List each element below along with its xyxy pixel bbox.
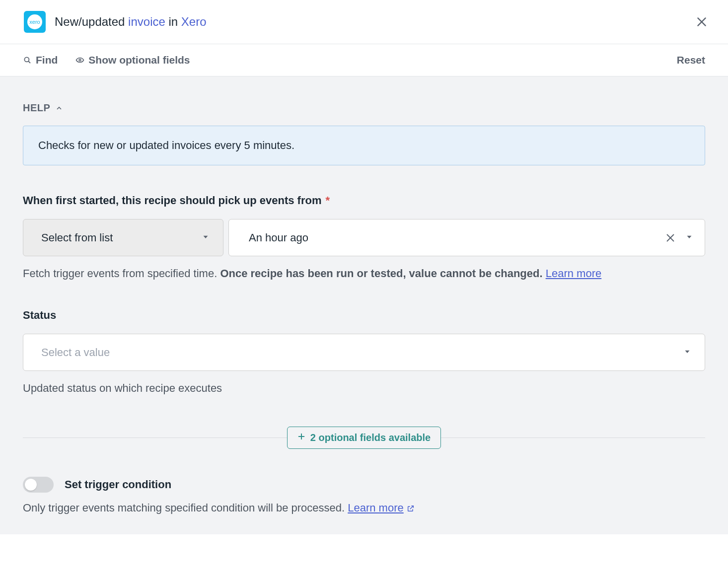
trigger-condition-row: Set trigger condition (23, 477, 705, 493)
xero-app-icon: xero (24, 11, 46, 33)
close-icon (695, 15, 708, 28)
eye-icon (75, 56, 84, 65)
show-optional-button[interactable]: Show optional fields (75, 54, 190, 66)
toolbar-left: Find Show optional fields (23, 54, 190, 66)
xero-icon-label: xero (27, 14, 42, 29)
svg-point-2 (24, 57, 29, 62)
help-label-text: HELP (23, 102, 50, 114)
trigger-learn-more-text: Learn more (348, 502, 404, 514)
since-mode-label: Select from list (41, 231, 113, 244)
field-since: When first started, this recipe should p… (23, 194, 705, 280)
trigger-condition-label: Set trigger condition (65, 478, 171, 491)
divider-line (441, 437, 705, 438)
field-since-label: When first started, this recipe should p… (23, 194, 705, 207)
show-optional-label: Show optional fields (88, 54, 190, 66)
optional-fields-label: 2 optional fields available (310, 432, 431, 443)
title-mid: in (165, 15, 181, 28)
svg-marker-8 (687, 235, 692, 238)
find-label: Find (36, 54, 58, 66)
since-value-select[interactable]: An hour ago (228, 219, 705, 256)
title-invoice-link[interactable]: invoice (128, 15, 165, 28)
reset-button[interactable]: Reset (677, 54, 705, 66)
status-placeholder: Select a value (41, 346, 110, 359)
trigger-learn-more-link[interactable]: Learn more (348, 502, 415, 514)
title-prefix: New/updated (55, 15, 128, 28)
since-helper-plain: Fetch trigger events from specified time… (23, 267, 220, 280)
title-xero-link[interactable]: Xero (181, 15, 207, 28)
x-icon (665, 232, 676, 243)
clear-since-button[interactable] (665, 232, 676, 243)
find-button[interactable]: Find (23, 54, 58, 66)
plus-icon (297, 433, 305, 443)
field-status: Status Select a value Updated status on … (23, 309, 705, 395)
help-section-toggle[interactable]: HELP (23, 102, 705, 114)
since-learn-more-link[interactable]: Learn more (546, 267, 602, 280)
caret-down-icon (683, 346, 692, 359)
svg-line-3 (28, 61, 30, 63)
field-status-helper: Updated status on which recipe executes (23, 382, 705, 395)
optional-fields-button[interactable]: 2 optional fields available (287, 427, 441, 449)
field-status-label: Status (23, 309, 705, 322)
since-value-actions (665, 231, 694, 244)
since-value-text: An hour ago (249, 231, 308, 244)
external-link-icon (407, 505, 415, 512)
svg-marker-5 (204, 235, 208, 238)
trigger-helper-text: Only trigger events matching specified c… (23, 502, 348, 514)
close-button[interactable] (695, 15, 708, 28)
svg-point-4 (79, 59, 81, 61)
header-left: xero New/updated invoice in Xero (24, 11, 207, 33)
trigger-condition-toggle[interactable] (23, 477, 54, 493)
help-text: Checks for new or updated invoices every… (38, 139, 294, 151)
toolbar: Find Show optional fields Reset (0, 44, 728, 76)
search-icon (23, 56, 32, 65)
svg-marker-9 (685, 350, 690, 353)
optional-fields-divider: 2 optional fields available (23, 427, 705, 449)
help-box: Checks for new or updated invoices every… (23, 126, 705, 165)
trigger-helper: Only trigger events matching specified c… (23, 502, 705, 514)
field-since-row: Select from list An hour ago (23, 219, 705, 256)
required-asterisk: * (326, 194, 330, 207)
caret-down-icon (685, 231, 694, 244)
chevron-up-icon (55, 104, 63, 112)
since-helper-bold: Once recipe has been run or tested, valu… (220, 267, 542, 280)
caret-down-icon (201, 231, 210, 244)
divider-line (23, 437, 287, 438)
header-bar: xero New/updated invoice in Xero (0, 0, 728, 44)
page-title: New/updated invoice in Xero (55, 15, 207, 29)
since-mode-select[interactable]: Select from list (23, 219, 223, 256)
field-since-helper: Fetch trigger events from specified time… (23, 267, 705, 280)
field-since-label-text: When first started, this recipe should p… (23, 194, 321, 207)
toggle-knob (25, 479, 37, 491)
content-area: HELP Checks for new or updated invoices … (0, 76, 728, 534)
status-select[interactable]: Select a value (23, 334, 705, 371)
